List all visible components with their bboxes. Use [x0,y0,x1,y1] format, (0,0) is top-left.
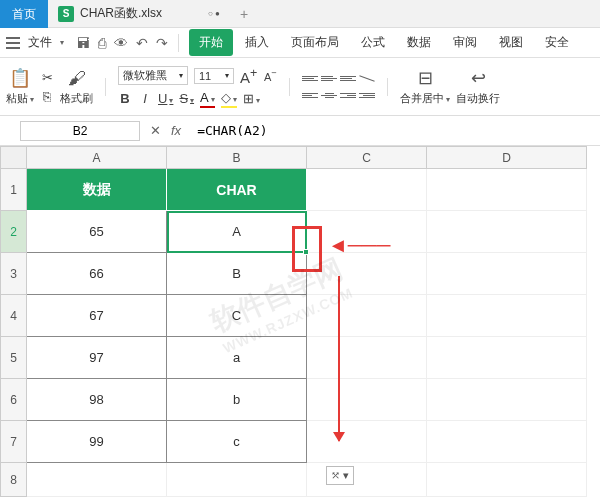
orientation-icon[interactable] [359,71,375,85]
cell[interactable] [427,463,587,497]
preview-icon[interactable]: 👁 [114,35,128,51]
tab-insert[interactable]: 插入 [235,29,279,56]
new-tab-button[interactable]: + [230,6,258,22]
fx-button[interactable]: fx [171,123,181,138]
cut-icon[interactable]: ✂ [40,70,54,85]
col-header[interactable]: B [167,147,307,169]
row-header[interactable]: 2 [1,211,27,253]
tab-layout[interactable]: 页面布局 [281,29,349,56]
wrap-text-button[interactable]: ↩ 自动换行 [456,67,500,106]
cell[interactable] [307,169,427,211]
cancel-icon[interactable]: ✕ [150,123,161,138]
cell[interactable] [307,253,427,295]
row-header[interactable]: 8 [1,463,27,497]
merge-center-button[interactable]: ⊟ 合并居中 [400,67,450,106]
font-name-select[interactable]: 微软雅黑▾ [118,66,188,85]
align-right-icon[interactable] [340,88,356,102]
align-bottom-icon[interactable] [340,71,356,85]
save-icon[interactable]: 🖬 [76,35,90,51]
spreadsheet-grid[interactable]: A B C D 1 数据 CHAR 2 65 A 3 66 B 4 67 C 5… [0,146,587,497]
tab-indicator-icon[interactable]: ○ ● [208,9,220,18]
ribbon-tabs: 开始 插入 页面布局 公式 数据 审阅 视图 安全 [189,29,579,56]
cell[interactable] [427,211,587,253]
align-top-icon[interactable] [302,71,318,85]
cell[interactable]: 99 [27,421,167,463]
tab-start[interactable]: 开始 [189,29,233,56]
cell[interactable] [307,337,427,379]
cell[interactable] [427,379,587,421]
formula-bar-buttons: ✕ fx [150,123,181,138]
cell[interactable] [307,421,427,463]
cell[interactable] [167,463,307,497]
cell[interactable]: 66 [27,253,167,295]
autofill-options-button[interactable]: ⤱ ▾ [326,466,354,485]
cell[interactable] [27,463,167,497]
align-center-icon[interactable] [321,88,337,102]
fill-color-button[interactable]: ◇ [221,90,237,108]
font-size-select[interactable]: 11▾ [194,68,234,84]
formula-input[interactable] [191,121,600,140]
table-header-cell[interactable]: CHAR [167,169,307,211]
table-header-cell[interactable]: 数据 [27,169,167,211]
cell[interactable]: C [167,295,307,337]
cell[interactable] [307,211,427,253]
copy-icon[interactable]: ⎘ [40,89,54,104]
align-middle-icon[interactable] [321,71,337,85]
cell[interactable] [427,169,587,211]
tab-security[interactable]: 安全 [535,29,579,56]
file-menu[interactable]: 文件 [26,34,54,51]
file-tab[interactable]: S CHAR函数.xlsx ○ ● [48,0,230,28]
cell[interactable]: 65 [27,211,167,253]
tab-view[interactable]: 视图 [489,29,533,56]
format-painter-button[interactable]: 🖌 格式刷 [60,68,93,106]
border-button[interactable]: ⊞ [243,91,260,106]
fill-handle[interactable] [303,249,309,255]
cell[interactable] [307,463,427,497]
tab-data[interactable]: 数据 [397,29,441,56]
underline-button[interactable]: U [158,91,173,106]
cell[interactable]: 98 [27,379,167,421]
tab-review[interactable]: 审阅 [443,29,487,56]
cell[interactable]: A [167,211,307,253]
tab-formula[interactable]: 公式 [351,29,395,56]
cell[interactable] [307,379,427,421]
row-header[interactable]: 7 [1,421,27,463]
select-all-corner[interactable] [1,147,27,169]
cell[interactable] [427,295,587,337]
print-icon[interactable]: ⎙ [98,35,106,51]
indent-icon[interactable] [359,88,375,102]
strike-button[interactable]: S [179,91,194,106]
home-tab[interactable]: 首页 [0,0,48,28]
cell[interactable]: c [167,421,307,463]
hamburger-icon[interactable] [6,37,20,49]
row-header[interactable]: 5 [1,337,27,379]
cell[interactable] [427,421,587,463]
font-color-button[interactable]: A [200,90,215,108]
cell[interactable]: 67 [27,295,167,337]
cell[interactable]: 97 [27,337,167,379]
wrap-icon: ↩ [471,67,486,89]
paste-button[interactable]: 📋 粘贴 [6,67,34,106]
bold-button[interactable]: B [118,91,132,106]
row-header[interactable]: 3 [1,253,27,295]
row-header[interactable]: 6 [1,379,27,421]
cell[interactable] [427,253,587,295]
font-decrease-icon[interactable]: A− [263,68,277,83]
cell[interactable]: b [167,379,307,421]
cell[interactable]: B [167,253,307,295]
undo-icon[interactable]: ↶ [136,35,148,51]
cell[interactable] [427,337,587,379]
col-header[interactable]: D [427,147,587,169]
italic-button[interactable]: I [138,91,152,106]
align-left-icon[interactable] [302,88,318,102]
name-box-input[interactable] [20,121,140,141]
row-header[interactable]: 4 [1,295,27,337]
cell[interactable] [307,295,427,337]
cell[interactable]: a [167,337,307,379]
col-header[interactable]: A [27,147,167,169]
redo-icon[interactable]: ↷ [156,35,168,51]
font-increase-icon[interactable]: A+ [240,66,257,86]
col-header[interactable]: C [307,147,427,169]
row-header[interactable]: 1 [1,169,27,211]
merge-icon: ⊟ [418,67,433,89]
